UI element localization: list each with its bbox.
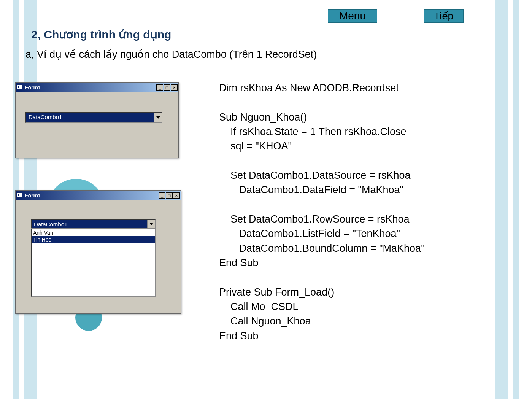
chevron-down-icon[interactable]: [154, 113, 162, 122]
list-item[interactable]: Tin Hoc: [32, 236, 155, 243]
list-item[interactable]: Anh Van: [32, 229, 155, 236]
data-combo[interactable]: DataCombo1: [31, 219, 156, 229]
minimize-button[interactable]: _: [156, 84, 163, 91]
minimize-button[interactable]: _: [159, 192, 165, 199]
combo-text: DataCombo1: [32, 220, 147, 228]
close-button[interactable]: ×: [171, 84, 178, 91]
window-title: Form1: [25, 192, 158, 199]
form-window-1: Form1 _ □ × DataCombo1: [15, 82, 179, 158]
data-combo[interactable]: DataCombo1: [25, 112, 162, 123]
section-heading: 2, Chương trình ứng dụng: [31, 28, 171, 41]
chevron-down-icon[interactable]: [147, 220, 155, 228]
form-window-2: Form1 _ □ × DataCombo1 Anh VanTin Hoc: [15, 190, 181, 314]
titlebar[interactable]: Form1 _ □ ×: [16, 83, 178, 92]
combo-listbox[interactable]: Anh VanTin Hoc: [31, 229, 156, 297]
maximize-button[interactable]: □: [166, 192, 173, 199]
next-button[interactable]: Tiếp: [424, 9, 464, 23]
menu-button[interactable]: Menu: [328, 9, 377, 23]
window-title: Form1: [25, 84, 156, 91]
close-button[interactable]: ×: [173, 192, 180, 199]
combo-text: DataCombo1: [26, 113, 154, 122]
app-icon: [17, 193, 23, 198]
code-snippet: Dim rsKhoa As New ADODB.Recordset Sub Ng…: [219, 81, 485, 343]
decor-band: [513, 0, 519, 399]
section-subheading: a, Ví dụ về cách lấy nguồn cho DataCombo…: [25, 48, 317, 60]
titlebar[interactable]: Form1 _ □ ×: [16, 191, 181, 200]
decor-band: [495, 0, 508, 399]
app-icon: [17, 85, 23, 90]
maximize-button[interactable]: □: [164, 84, 170, 91]
